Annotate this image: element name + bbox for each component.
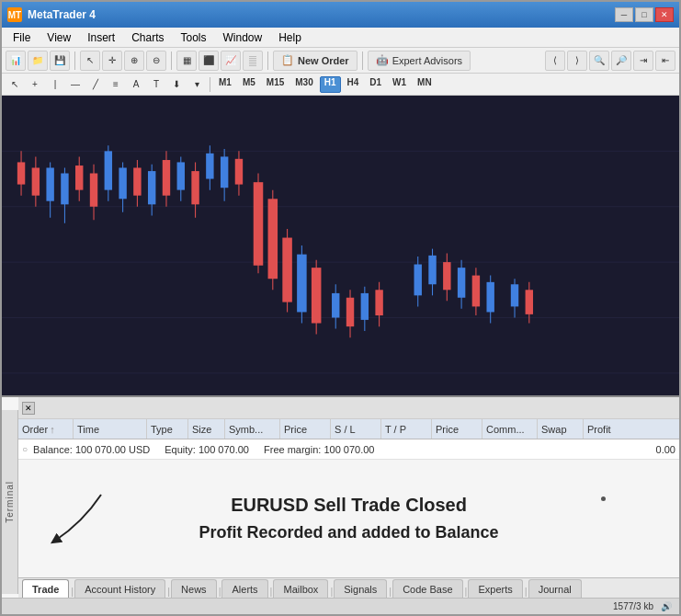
arrow-icon[interactable]: ↖ (80, 51, 100, 71)
crosshair-tool[interactable]: + (26, 75, 44, 94)
svg-rect-47 (312, 268, 322, 323)
svg-rect-21 (119, 167, 126, 199)
info-dot (601, 496, 606, 501)
trendline-tool[interactable]: ╱ (86, 75, 105, 94)
menu-tools[interactable]: Tools (174, 29, 214, 46)
svg-rect-27 (163, 160, 170, 196)
zoom-chart-out-icon[interactable]: 🔎 (611, 51, 631, 71)
svg-rect-35 (221, 156, 228, 188)
menu-insert[interactable]: Insert (80, 29, 122, 46)
menu-file[interactable]: File (6, 29, 38, 46)
open-icon[interactable]: 📁 (28, 51, 48, 71)
svg-rect-11 (46, 167, 53, 200)
tf-m1[interactable]: M1 (214, 76, 236, 93)
drawing-select[interactable]: ▾ (187, 75, 206, 94)
scroll-left-icon[interactable]: ⟨ (545, 51, 565, 71)
svg-rect-55 (375, 290, 382, 315)
minimize-button[interactable]: ─ (615, 7, 633, 22)
svg-rect-0 (2, 96, 679, 395)
col-profit: Profit (584, 419, 657, 439)
expert-advisors-button[interactable]: 🤖 Expert Advisors (368, 51, 471, 71)
tab-account-history[interactable]: Account History (74, 579, 165, 598)
tf-m15[interactable]: M15 (262, 76, 289, 93)
arrow-annotation (28, 476, 175, 550)
balance-indicator: ○ (22, 444, 28, 454)
expert-icon: 🤖 (376, 54, 389, 66)
svg-rect-43 (282, 238, 292, 302)
tf-h1[interactable]: H1 (320, 76, 341, 93)
label-tool[interactable]: T (147, 75, 165, 94)
menu-help[interactable]: Help (271, 29, 309, 46)
hline-tool[interactable]: — (66, 75, 85, 94)
chart-type-icon[interactable]: ▦ (176, 51, 197, 71)
fib-tool[interactable]: ≡ (107, 75, 125, 94)
terminal-close-button[interactable]: ✕ (22, 402, 35, 415)
svg-rect-49 (332, 293, 339, 318)
crosshair-icon[interactable]: ✛ (102, 51, 122, 71)
menu-charts[interactable]: Charts (124, 29, 171, 46)
candlestick-chart (2, 96, 679, 395)
line-tool[interactable]: | (46, 75, 64, 94)
tab-journal[interactable]: Journal (528, 579, 582, 598)
text-tool[interactable]: A (127, 75, 145, 94)
tab-code-base[interactable]: Code Base (392, 579, 462, 598)
scroll-start-icon[interactable]: ⇤ (655, 51, 675, 71)
toolbar-separator-4 (362, 51, 363, 70)
drawing-toolbar: ↖ + | — ╱ ≡ A T ⬇ ▾ M1 M5 M15 M30 H1 H4 … (2, 74, 679, 96)
balance-text: Balance: 100 070.00 USD (33, 444, 150, 455)
tf-mn[interactable]: MN (413, 76, 437, 93)
col-swap: Swap (538, 419, 584, 439)
info-line-2: Profit Recorded and added to Balance (199, 523, 498, 542)
chart-line-icon[interactable]: 📈 (221, 51, 241, 71)
new-order-button[interactable]: 📋 New Order (273, 51, 358, 71)
cursor-tool[interactable]: ↖ (6, 75, 24, 94)
svg-rect-9 (32, 167, 40, 195)
new-chart-icon[interactable]: 📊 (6, 51, 26, 71)
scroll-right-icon[interactable]: ⟩ (567, 51, 587, 71)
menu-window[interactable]: Window (216, 29, 270, 46)
tf-d1[interactable]: D1 (365, 76, 386, 93)
tf-m5[interactable]: M5 (238, 76, 260, 93)
svg-rect-29 (177, 162, 185, 189)
svg-rect-57 (414, 265, 422, 296)
col-price: Price (280, 419, 331, 439)
tf-h4[interactable]: H4 (343, 76, 364, 93)
tab-signals[interactable]: Signals (334, 579, 387, 598)
svg-rect-69 (511, 284, 518, 306)
tf-m30[interactable]: M30 (290, 76, 317, 93)
status-icon: 🔊 (661, 601, 672, 611)
new-order-icon: 📋 (281, 54, 294, 66)
save-icon[interactable]: 💾 (50, 51, 70, 71)
arrow-down-tool[interactable]: ⬇ (167, 75, 186, 94)
tab-mailbox[interactable]: Mailbox (273, 579, 328, 598)
svg-rect-37 (235, 159, 243, 185)
tab-experts[interactable]: Experts (468, 579, 522, 598)
scroll-end-icon[interactable]: ⇥ (633, 51, 653, 71)
chart-bar-icon[interactable]: ⬛ (199, 51, 219, 71)
tab-alerts[interactable]: Alerts (221, 579, 267, 598)
svg-rect-53 (361, 293, 369, 320)
chart-area (2, 96, 679, 395)
menu-view[interactable]: View (40, 29, 78, 46)
tab-trade[interactable]: Trade (22, 579, 69, 598)
col-symbol: Symb... (225, 419, 280, 439)
window-controls: ─ □ ✕ (615, 7, 674, 22)
tf-w1[interactable]: W1 (388, 76, 411, 93)
maximize-button[interactable]: □ (635, 7, 653, 22)
col-tp: T / P (381, 419, 432, 439)
close-button[interactable]: ✕ (655, 7, 674, 22)
expert-label: Expert Advisors (392, 55, 462, 66)
chart-candle-icon[interactable]: 𝄛 (243, 51, 263, 71)
terminal-panel: Terminal ✕ Order ↑ Time Type (2, 395, 679, 598)
svg-rect-65 (472, 276, 480, 307)
toolbar-separator-3 (267, 51, 268, 70)
title-bar-left: MT MetaTrader 4 (7, 7, 96, 22)
zoom-in-icon[interactable]: ⊕ (124, 51, 144, 71)
tab-news[interactable]: News (171, 579, 217, 598)
zoom-out-icon[interactable]: ⊖ (146, 51, 166, 71)
terminal-side-label: Terminal (2, 410, 18, 594)
zoom-chart-in-icon[interactable]: 🔍 (589, 51, 609, 71)
dt-separator-1 (210, 77, 210, 92)
col-comm: Comm... (482, 419, 538, 439)
svg-rect-7 (17, 162, 25, 184)
